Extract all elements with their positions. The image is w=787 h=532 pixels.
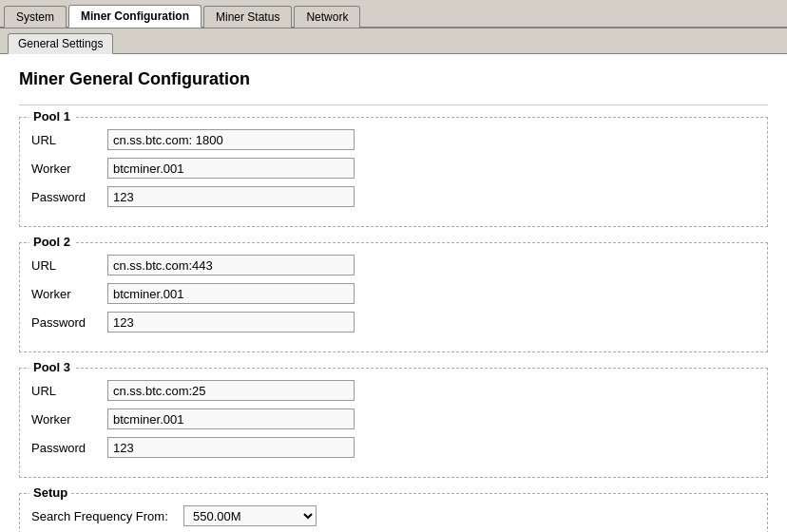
pool-1-url-input[interactable]	[107, 129, 355, 150]
divider	[19, 104, 768, 105]
pool-2-url-input[interactable]	[107, 255, 355, 276]
pool-3-worker-input[interactable]	[107, 408, 355, 429]
pool-1-password-input[interactable]	[107, 186, 355, 207]
page-title: Miner General Configuration	[19, 69, 768, 89]
pool-2-group: Pool 2 URL Worker Password	[19, 242, 768, 352]
pool-3-url-row: URL	[31, 380, 756, 401]
pool-3-worker-label: Worker	[31, 412, 107, 427]
main-content: Miner General Configuration Pool 1 URL W…	[0, 54, 787, 532]
pool-3-worker-row: Worker	[31, 408, 756, 429]
pool-3-password-row: Password	[31, 437, 756, 458]
pool-2-password-label: Password	[31, 315, 107, 330]
pool-1-worker-label: Worker	[31, 162, 107, 176]
pool-3-url-input[interactable]	[107, 380, 355, 401]
pool-2-worker-row: Worker	[31, 283, 756, 304]
tab-network[interactable]: Network	[294, 6, 360, 28]
search-frequency-select[interactable]: 550.00M	[183, 505, 317, 526]
pool-3-password-label: Password	[31, 441, 107, 455]
pool-2-url-label: URL	[31, 258, 107, 273]
pool-3-url-label: URL	[31, 384, 107, 398]
pool-2-label: Pool 2	[29, 235, 74, 249]
pool-2-worker-label: Worker	[31, 287, 107, 301]
tab-miner-status[interactable]: Miner Status	[203, 6, 292, 28]
tab-miner-configuration[interactable]: Miner Configuration	[68, 5, 202, 28]
pool-1-password-row: Password	[31, 186, 756, 207]
setup-group: Setup Search Frequency From: 550.00M	[19, 493, 768, 532]
pool-1-url-label: URL	[31, 133, 107, 147]
pool-3-label: Pool 3	[29, 360, 74, 374]
sub-tab-bar: General Settings	[0, 28, 787, 54]
pool-3-password-input[interactable]	[107, 437, 355, 458]
pool-1-worker-row: Worker	[31, 158, 756, 179]
pool-3-group: Pool 3 URL Worker Password	[19, 368, 768, 478]
main-tab-bar: System Miner Configuration Miner Status …	[0, 0, 787, 28]
pool-2-url-row: URL	[31, 255, 756, 276]
search-frequency-row: Search Frequency From: 550.00M	[31, 505, 756, 526]
pool-2-password-row: Password	[31, 312, 756, 332]
pool-1-url-row: URL	[31, 129, 756, 150]
tab-system[interactable]: System	[4, 6, 67, 28]
pool-1-worker-input[interactable]	[107, 158, 355, 179]
pool-1-label: Pool 1	[29, 109, 74, 124]
setup-group-label: Setup	[29, 485, 71, 500]
search-frequency-label: Search Frequency From:	[31, 509, 183, 523]
pool-2-worker-input[interactable]	[107, 283, 355, 304]
pool-2-password-input[interactable]	[107, 312, 355, 332]
sub-tab-general-settings[interactable]: General Settings	[8, 33, 113, 54]
pool-1-group: Pool 1 URL Worker Password	[19, 117, 768, 227]
pool-1-password-label: Password	[31, 190, 107, 204]
